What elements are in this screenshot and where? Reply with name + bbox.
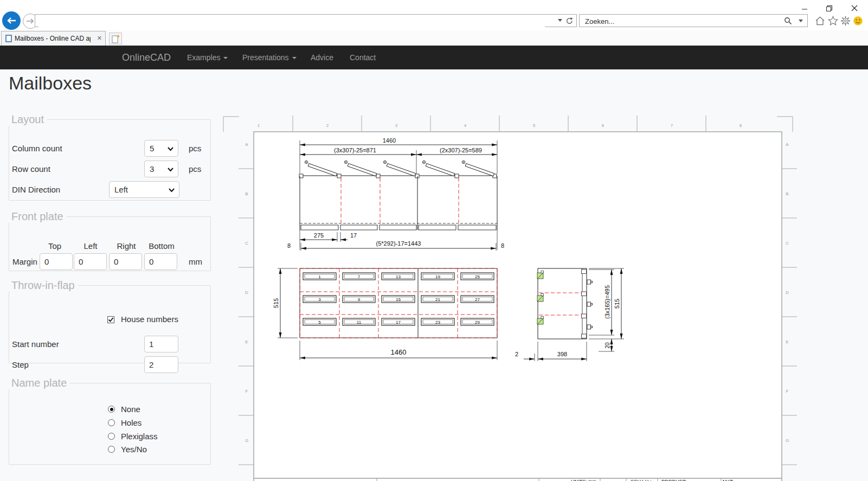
svg-text:G: G (786, 438, 789, 443)
title-block-scale: SCHAAL: (631, 479, 652, 481)
margin-right-header: Right (117, 239, 136, 253)
close-button[interactable] (846, 2, 863, 14)
tab-mailboxes[interactable]: Mailboxes - Online CAD ap... ✕ (1, 31, 106, 46)
name-plate-legend: Name plate (8, 377, 70, 389)
din-direction-select[interactable]: Left (109, 181, 179, 198)
new-tab-button[interactable] (109, 33, 122, 44)
nav-contact[interactable]: Contact (350, 46, 376, 69)
throw-in-flap-panel: Throw-in-flap House numbers Start number… (9, 279, 211, 363)
dim-side-height: 515 (614, 299, 620, 309)
dim-bottom-width: (5*292)-17=1443 (376, 240, 421, 247)
svg-text:B: B (245, 191, 248, 196)
name-plate-radio-plexiglass[interactable] (108, 433, 115, 440)
margin-left-input[interactable] (74, 253, 107, 270)
svg-text:E: E (245, 339, 248, 344)
site-navbar: OnlineCAD Examples Presentations Advice … (0, 46, 868, 69)
svg-text:5: 5 (318, 320, 321, 325)
column-count-label: Column count (12, 140, 62, 157)
nav-presentations[interactable]: Presentations (242, 46, 297, 69)
dim-total-width: 1460 (383, 137, 396, 144)
name-plate-option-holes: Holes (121, 416, 142, 430)
page-favicon (5, 35, 12, 42)
margin-top-header: Top (48, 239, 61, 253)
svg-text:11: 11 (357, 320, 362, 325)
name-plate-radio-yesno[interactable] (108, 446, 115, 453)
margin-unit: mm (189, 253, 202, 270)
back-arrow-icon (6, 17, 17, 24)
din-direction-label: DIN Direction (12, 181, 60, 198)
chevron-down-icon (168, 168, 173, 172)
name-plate-radio-none[interactable] (108, 406, 115, 413)
margin-bottom-input[interactable] (144, 253, 177, 270)
dim-module1: (3x307)-25=871 (334, 147, 376, 153)
layout-panel: Layout Column count 5 pcs Row count 3 pc… (9, 113, 211, 201)
layout-legend: Layout (8, 113, 47, 126)
restore-button[interactable] (821, 2, 838, 14)
svg-text:F: F (786, 389, 789, 394)
dim-gap: 17 (350, 232, 357, 239)
front-plate-legend: Front plate (8, 210, 67, 223)
margin-right-input[interactable] (109, 253, 142, 270)
tab-close-icon[interactable]: ✕ (97, 35, 102, 42)
dim-side-rows: (3x165)=495 (604, 285, 610, 319)
search-icon[interactable] (784, 17, 792, 25)
house-numbers-label: House numbers (121, 312, 178, 326)
svg-text:15: 15 (396, 297, 401, 302)
radio-dot (110, 408, 113, 411)
svg-text:G: G (245, 438, 248, 443)
name-plate-option-none: None (121, 402, 140, 416)
row-count-unit: pcs (189, 161, 201, 177)
svg-text:2: 2 (326, 123, 329, 128)
nav-examples[interactable]: Examples (187, 46, 228, 69)
address-dropdown-icon[interactable] (558, 19, 562, 22)
dim-front-width: 1460 (391, 348, 407, 356)
address-input[interactable] (38, 15, 545, 27)
nav-advice[interactable]: Advice (311, 46, 333, 69)
svg-text:C: C (245, 241, 248, 246)
chevron-down-icon (169, 188, 175, 193)
brand-logo[interactable]: OnlineCAD (122, 46, 171, 69)
tab-bar: Mailboxes - Online CAD ap... ✕ (0, 30, 868, 46)
restore-icon (826, 5, 833, 12)
dim-bottom-offset: 20 (605, 342, 610, 349)
title-block-units: UNITS: mm (571, 479, 596, 481)
dim-back-gap: 2 (515, 351, 518, 357)
row-count-select[interactable]: 3 (144, 161, 178, 177)
back-button[interactable] (2, 11, 21, 30)
favorites-star-icon[interactable] (828, 16, 838, 26)
svg-text:6: 6 (602, 123, 605, 128)
dim-margin-left: 8 (287, 242, 291, 249)
step-input[interactable] (144, 356, 178, 373)
drawing-sheet (254, 132, 782, 481)
svg-text:7: 7 (358, 274, 361, 279)
svg-text:A: A (245, 142, 248, 147)
svg-text:5: 5 (533, 123, 536, 128)
checkmark-icon (108, 317, 114, 323)
margin-top-input[interactable] (40, 253, 73, 270)
search-input[interactable] (584, 16, 776, 27)
home-icon[interactable] (815, 16, 825, 26)
search-box[interactable] (579, 14, 808, 27)
minimize-button[interactable] (796, 2, 813, 14)
svg-text:1: 1 (258, 123, 260, 128)
svg-text:1: 1 (318, 274, 321, 279)
address-bar[interactable] (35, 14, 577, 27)
forward-arrow-icon (26, 18, 35, 24)
feedback-smiley-icon[interactable] (853, 16, 863, 26)
name-plate-radio-holes[interactable] (108, 419, 115, 426)
svg-text:9: 9 (358, 297, 361, 302)
search-dropdown-icon[interactable] (799, 20, 803, 23)
settings-gear-icon[interactable] (840, 16, 851, 26)
start-number-input[interactable] (144, 336, 178, 352)
refresh-icon[interactable] (565, 17, 574, 25)
svg-text:27: 27 (475, 297, 480, 302)
svg-text:19: 19 (435, 274, 440, 279)
svg-text:D: D (245, 290, 248, 295)
new-tab-icon (112, 34, 120, 43)
house-numbers-checkbox[interactable] (107, 316, 114, 323)
svg-text:4: 4 (464, 123, 467, 128)
column-count-select[interactable]: 5 (144, 140, 178, 157)
front-plate-panel: Front plate Top Left Right Bottom Margin… (9, 210, 211, 271)
dim-first-column: 275 (314, 232, 324, 239)
step-label: Step (12, 356, 29, 373)
